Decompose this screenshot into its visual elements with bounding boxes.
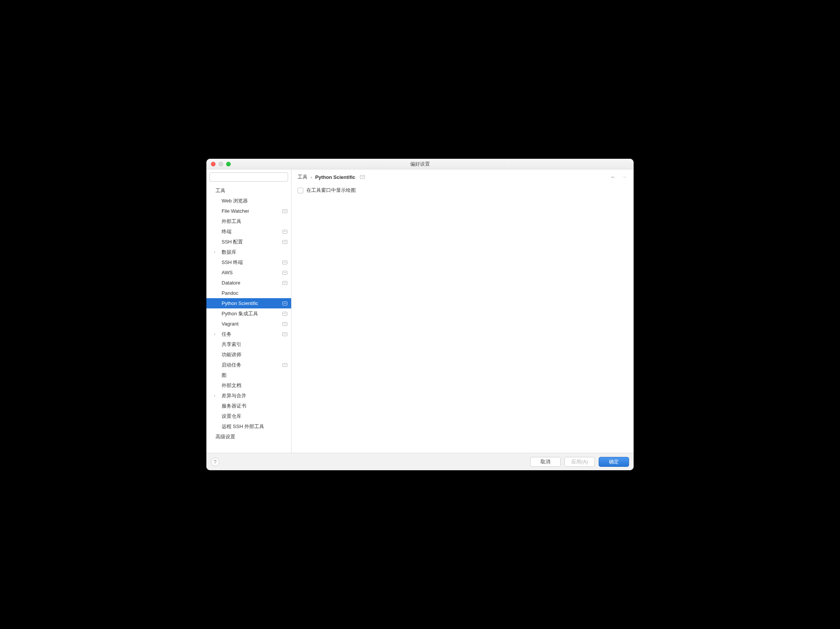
tree-item-label: 服务器证书 bbox=[222, 403, 246, 409]
window-body: 工具Web 浏览器File Watcher外部工具终端SSH 配置›数据库SSH… bbox=[206, 169, 634, 453]
preferences-window: 偏好设置 工具Web 浏览器File Watcher外部工具终端SSH 配置›数… bbox=[206, 159, 634, 470]
project-badge-icon bbox=[282, 363, 287, 367]
tree-item-label: 图 bbox=[222, 372, 227, 379]
apply-label: 应用(A) bbox=[571, 458, 588, 465]
tree-item[interactable]: ›数据库 bbox=[206, 247, 291, 257]
tree-item[interactable]: 功能讲师 bbox=[206, 349, 291, 360]
forward-button: → bbox=[621, 174, 628, 180]
help-button[interactable]: ? bbox=[211, 458, 219, 466]
tree-item-label: AWS bbox=[222, 270, 233, 275]
tree-item[interactable]: ›任务 bbox=[206, 329, 291, 339]
tree-item[interactable]: 外部文档 bbox=[206, 380, 291, 390]
project-badge-icon bbox=[282, 302, 287, 305]
tree-item[interactable]: 高级设置 bbox=[206, 431, 291, 442]
tree-item[interactable]: 设置仓库 bbox=[206, 411, 291, 421]
tree-item-label: 外部工具 bbox=[222, 218, 241, 225]
sidebar: 工具Web 浏览器File Watcher外部工具终端SSH 配置›数据库SSH… bbox=[206, 169, 292, 453]
tree-item-label: 差异与合并 bbox=[222, 392, 246, 399]
cancel-label: 取消 bbox=[540, 458, 550, 465]
tree-item[interactable]: 外部工具 bbox=[206, 216, 291, 226]
search-box bbox=[209, 172, 288, 182]
project-badge-icon bbox=[282, 271, 287, 275]
chevron-right-icon[interactable]: › bbox=[214, 394, 218, 398]
chevron-right-icon[interactable]: › bbox=[214, 332, 218, 336]
tree-item-label: 终端 bbox=[222, 228, 231, 235]
breadcrumb-current: Python Scientific bbox=[315, 174, 355, 180]
titlebar: 偏好设置 bbox=[206, 159, 634, 169]
tree-item[interactable]: Python Scientific bbox=[206, 298, 291, 308]
cancel-button[interactable]: 取消 bbox=[530, 457, 561, 467]
nav-arrows: ← → bbox=[610, 174, 628, 180]
zoom-icon[interactable] bbox=[226, 162, 231, 166]
project-badge-icon bbox=[282, 240, 287, 244]
tree-item-label: SSH 终端 bbox=[222, 259, 243, 266]
tree-item-label: Vagrant bbox=[222, 321, 239, 327]
tree-item-label: SSH 配置 bbox=[222, 239, 243, 245]
tree-item[interactable]: SSH 终端 bbox=[206, 257, 291, 267]
minimize-icon[interactable] bbox=[219, 162, 223, 166]
tree-item-label: File Watcher bbox=[222, 208, 249, 214]
project-badge-icon bbox=[282, 322, 287, 326]
tree-item[interactable]: 启动任务 bbox=[206, 360, 291, 370]
tree-item[interactable]: File Watcher bbox=[206, 206, 291, 216]
ok-button[interactable]: 确定 bbox=[599, 457, 629, 467]
window-title: 偏好设置 bbox=[410, 161, 430, 168]
tree-item[interactable]: 终端 bbox=[206, 226, 291, 237]
project-badge-icon bbox=[282, 312, 287, 316]
tree-item-label: 远程 SSH 外部工具 bbox=[222, 423, 264, 430]
show-plots-label: 在工具窗口中显示绘图 bbox=[306, 187, 356, 194]
main-panel: 工具 › Python Scientific ← → 在工具窗口中显示绘图 bbox=[292, 169, 634, 453]
tree-item-label: 共享索引 bbox=[222, 341, 241, 348]
tree-item-label: 高级设置 bbox=[216, 433, 235, 440]
tree-item-label: Web 浏览器 bbox=[222, 198, 248, 204]
apply-button: 应用(A) bbox=[564, 457, 595, 467]
tree-item[interactable]: 工具 bbox=[206, 185, 291, 196]
window-controls bbox=[211, 162, 231, 166]
tree-item[interactable]: ›差异与合并 bbox=[206, 390, 291, 401]
tree-item[interactable]: 共享索引 bbox=[206, 339, 291, 349]
project-badge-icon bbox=[282, 332, 287, 336]
project-badge-icon bbox=[282, 230, 287, 234]
tree-item-label: 启动任务 bbox=[222, 362, 241, 368]
search-input[interactable] bbox=[209, 172, 288, 182]
breadcrumb: 工具 › Python Scientific bbox=[298, 174, 365, 180]
tree-item[interactable]: 远程 SSH 外部工具 bbox=[206, 421, 291, 431]
settings-tree[interactable]: 工具Web 浏览器File Watcher外部工具终端SSH 配置›数据库SSH… bbox=[206, 185, 291, 453]
tree-item-label: Python 集成工具 bbox=[222, 310, 258, 317]
main-header: 工具 › Python Scientific ← → bbox=[292, 169, 634, 185]
tree-item[interactable]: AWS bbox=[206, 267, 291, 278]
ok-label: 确定 bbox=[609, 458, 619, 465]
tree-item[interactable]: SSH 配置 bbox=[206, 237, 291, 247]
tree-item[interactable]: Python 集成工具 bbox=[206, 308, 291, 319]
tree-item-label: Pandoc bbox=[222, 290, 238, 296]
back-button[interactable]: ← bbox=[610, 174, 616, 180]
tree-item-label: 功能讲师 bbox=[222, 351, 241, 358]
project-badge-icon bbox=[360, 175, 365, 179]
breadcrumb-root[interactable]: 工具 bbox=[298, 174, 307, 180]
project-badge-icon bbox=[282, 261, 287, 264]
chevron-right-icon: › bbox=[311, 174, 312, 180]
tree-item-label: Python Scientific bbox=[222, 300, 258, 306]
tree-item-label: 工具 bbox=[216, 187, 225, 194]
tree-item[interactable]: Web 浏览器 bbox=[206, 196, 291, 206]
tree-item[interactable]: Pandoc bbox=[206, 288, 291, 298]
main-content: 在工具窗口中显示绘图 bbox=[292, 185, 634, 453]
tree-item-label: 设置仓库 bbox=[222, 413, 241, 420]
footer: ? 取消 应用(A) 确定 bbox=[206, 453, 634, 470]
tree-item[interactable]: Datalore bbox=[206, 278, 291, 288]
tree-item[interactable]: Vagrant bbox=[206, 319, 291, 329]
search-wrap bbox=[206, 169, 291, 185]
tree-item-label: 外部文档 bbox=[222, 382, 241, 389]
show-plots-option[interactable]: 在工具窗口中显示绘图 bbox=[298, 187, 628, 194]
chevron-right-icon[interactable]: › bbox=[214, 250, 218, 254]
tree-item[interactable]: 图 bbox=[206, 370, 291, 380]
close-icon[interactable] bbox=[211, 162, 216, 166]
tree-item-label: Datalore bbox=[222, 280, 240, 286]
project-badge-icon bbox=[282, 281, 287, 285]
project-badge-icon bbox=[282, 209, 287, 213]
tree-item-label: 数据库 bbox=[222, 249, 236, 256]
tree-item[interactable]: 服务器证书 bbox=[206, 401, 291, 411]
tree-item-label: 任务 bbox=[222, 331, 231, 338]
show-plots-checkbox[interactable] bbox=[298, 188, 303, 193]
